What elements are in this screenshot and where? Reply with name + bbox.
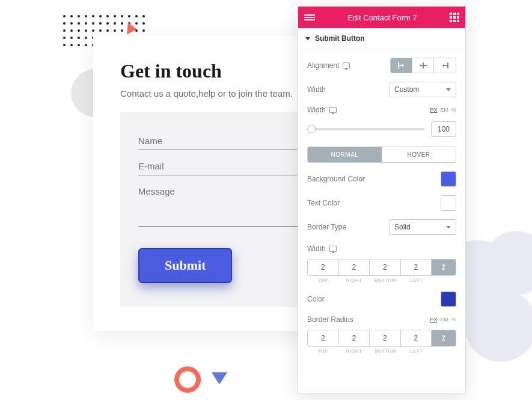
widgets-icon[interactable] xyxy=(450,13,459,22)
width-slider[interactable] xyxy=(307,128,425,130)
caret-down-icon xyxy=(305,37,310,40)
text-color-swatch[interactable] xyxy=(441,195,456,211)
message-field[interactable]: Message xyxy=(138,186,325,227)
bg-triangle-red xyxy=(127,22,138,35)
menu-icon[interactable] xyxy=(304,14,315,20)
section-toggle[interactable]: Submit Button xyxy=(298,28,465,49)
radius-left-input[interactable] xyxy=(401,330,432,346)
tab-normal[interactable]: NORMAL xyxy=(308,147,382,162)
bg-triangle-blue xyxy=(212,372,227,384)
border-bottom-input[interactable] xyxy=(370,259,400,275)
dim-bottom-label: BOTTOM xyxy=(370,348,401,354)
border-right-input[interactable] xyxy=(339,259,370,275)
border-color-label: Color xyxy=(307,295,325,303)
section-title: Submit Button xyxy=(315,34,365,43)
text-color-label: Text Color xyxy=(307,199,340,207)
panel-header: Edit Contact Form 7 xyxy=(298,7,465,28)
width-slider-label: Width xyxy=(307,106,326,114)
align-center-button[interactable] xyxy=(412,58,434,73)
border-top-input[interactable] xyxy=(308,259,338,275)
align-left-button[interactable] xyxy=(391,58,412,73)
width-input[interactable] xyxy=(431,121,456,137)
bg-ring xyxy=(174,366,201,393)
dim-top-label: TOP xyxy=(307,348,338,354)
border-color-swatch[interactable] xyxy=(441,291,456,307)
bg-color-swatch[interactable] xyxy=(441,171,456,187)
border-left-input[interactable] xyxy=(401,259,432,275)
email-field[interactable]: E-mail xyxy=(138,161,325,175)
alignment-label: Alignment xyxy=(307,61,339,70)
border-radius-inputs xyxy=(307,330,456,347)
responsive-icon[interactable] xyxy=(343,62,350,68)
link-icon xyxy=(440,334,447,342)
border-type-select[interactable]: Solid xyxy=(389,219,456,235)
dim-left-label: LEFT xyxy=(401,348,432,354)
border-type-value: Solid xyxy=(394,223,411,231)
width-select[interactable]: Custom xyxy=(389,82,456,97)
responsive-icon[interactable] xyxy=(329,246,337,252)
unit-em[interactable]: EM xyxy=(440,317,448,323)
submit-button[interactable]: Submit xyxy=(138,248,232,283)
dim-bottom-label: BOTTOM xyxy=(370,277,401,283)
unit-em[interactable]: EM xyxy=(440,107,448,113)
link-values-button[interactable] xyxy=(432,330,456,346)
dim-top-label: TOP xyxy=(307,277,338,283)
link-values-button[interactable] xyxy=(432,259,456,275)
border-radius-label: Border Radius xyxy=(307,315,353,324)
responsive-icon[interactable] xyxy=(329,107,337,113)
link-icon xyxy=(440,263,447,271)
panel-title: Edit Contact Form 7 xyxy=(347,13,417,22)
border-width-label: Width xyxy=(307,244,326,253)
name-field[interactable]: Name xyxy=(138,136,325,150)
dim-right-label: RIGHT xyxy=(338,348,370,354)
border-width-inputs xyxy=(307,259,456,276)
slider-knob[interactable] xyxy=(307,125,316,133)
bg-color-label: Background Color xyxy=(307,175,365,183)
chevron-down-icon xyxy=(446,226,451,229)
radius-bottom-input[interactable] xyxy=(370,330,400,346)
editor-panel: Edit Contact Form 7 Submit Button Alignm… xyxy=(298,6,466,393)
radius-top-input[interactable] xyxy=(308,330,338,346)
tab-hover[interactable]: HOVER xyxy=(382,147,456,162)
chevron-down-icon xyxy=(446,88,451,91)
unit-px[interactable]: PX xyxy=(430,107,437,113)
unit-pct[interactable]: % xyxy=(451,107,456,113)
align-right-button[interactable] xyxy=(434,58,456,73)
alignment-group xyxy=(390,58,456,73)
width-select-value: Custom xyxy=(394,85,419,94)
dim-right-label: RIGHT xyxy=(338,277,370,283)
radius-right-input[interactable] xyxy=(339,330,370,346)
width-select-label: Width xyxy=(307,85,326,94)
border-type-label: Border Type xyxy=(307,223,346,231)
dim-left-label: LEFT xyxy=(401,277,432,283)
unit-px[interactable]: PX xyxy=(430,317,437,323)
unit-pct[interactable]: % xyxy=(451,317,456,323)
